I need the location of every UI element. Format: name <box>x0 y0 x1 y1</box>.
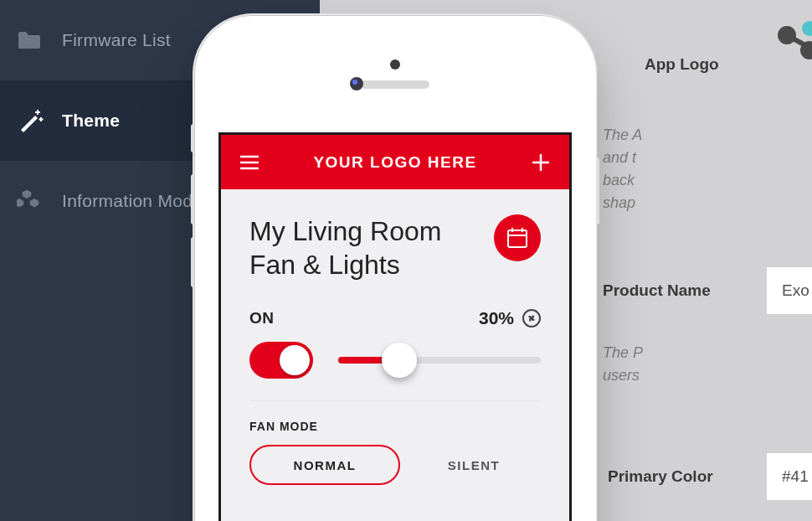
sidebar-item-label: Theme <box>62 111 120 131</box>
fan-speed-value: 30% <box>479 308 541 328</box>
hamburger-icon <box>239 154 260 171</box>
primary-color-input[interactable]: #41 <box>766 452 812 501</box>
phone-volume-down <box>191 237 194 287</box>
app-title: YOUR LOGO HERE <box>313 153 476 172</box>
svg-point-4 <box>802 21 812 36</box>
primary-color-label: Primary Color <box>608 467 713 486</box>
svg-point-5 <box>778 26 796 44</box>
svg-rect-13 <box>508 230 527 247</box>
phone-sensor <box>390 59 400 70</box>
product-name-input[interactable]: Exo <box>766 266 812 315</box>
power-switch[interactable] <box>249 342 313 379</box>
phone-screen: YOUR LOGO HERE My Living Room Fan & Ligh… <box>218 132 572 521</box>
sidebar-item-label: Information Mod <box>62 191 193 211</box>
calendar-icon <box>505 225 530 250</box>
app-logo-label: App Logo <box>645 55 719 74</box>
cubes-icon <box>17 188 52 214</box>
settings-column: App Logo The A and t back shap Product N… <box>603 0 812 521</box>
fan-speed-slider[interactable] <box>338 357 541 364</box>
slider-thumb <box>382 343 417 378</box>
add-button[interactable] <box>529 151 552 174</box>
fan-mode-heading: FAN MODE <box>221 401 569 445</box>
app-topbar: YOUR LOGO HERE <box>221 135 569 189</box>
phone-volume-up <box>191 174 194 224</box>
sidebar-item-label: Firmware List <box>62 30 171 50</box>
product-name-label: Product Name <box>603 281 711 300</box>
svg-rect-1 <box>35 111 40 113</box>
app-logo-preview[interactable] <box>770 18 812 60</box>
menu-button[interactable] <box>238 151 261 174</box>
app-logo-help: The A and t back shap <box>603 124 812 214</box>
phone-speaker <box>361 80 429 89</box>
plus-icon <box>531 152 551 173</box>
phone-frame: YOUR LOGO HERE My Living Room Fan & Ligh… <box>194 15 596 521</box>
fan-icon <box>522 309 541 328</box>
product-name-help: The P users <box>603 342 812 387</box>
phone-mute-switch <box>191 124 194 152</box>
folder-icon <box>17 30 52 50</box>
wand-icon <box>17 108 52 133</box>
svg-rect-3 <box>39 119 44 121</box>
switch-knob <box>280 345 310 375</box>
state-row: ON 30% <box>221 297 569 333</box>
schedule-button[interactable] <box>494 214 541 261</box>
phone-camera <box>350 77 363 90</box>
controls-row <box>221 333 569 400</box>
device-name: My Living Room Fan & Lights <box>249 214 494 281</box>
fan-mode-normal[interactable]: NORMAL <box>249 445 400 485</box>
power-state-label: ON <box>249 309 275 328</box>
phone-power-button <box>596 157 599 224</box>
viewport: Firmware List Theme Information Mod App … <box>0 0 812 521</box>
fan-mode-silent[interactable]: SILENT <box>407 445 541 485</box>
device-header: My Living Room Fan & Lights <box>221 189 569 297</box>
fan-mode-options: NORMAL SILENT <box>221 445 569 510</box>
